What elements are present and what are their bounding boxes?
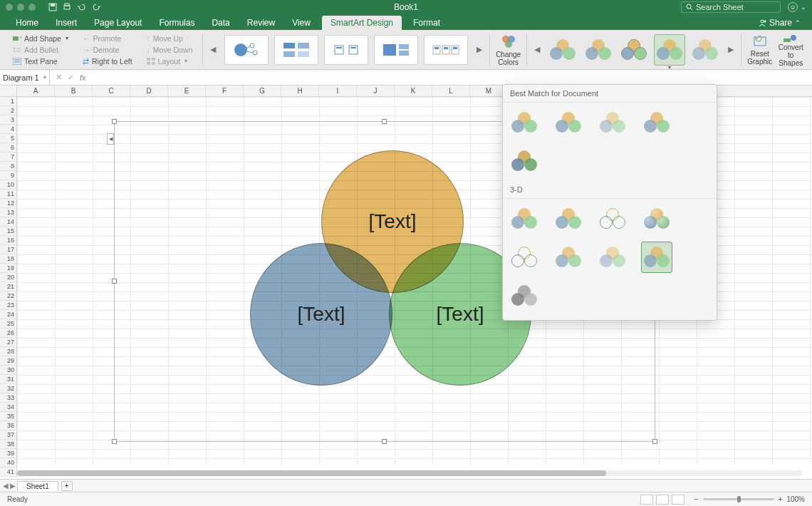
zoom-in-button[interactable]: + [779,495,783,503]
row-header[interactable]: 3 [0,115,17,125]
change-colors-button[interactable]: Change Colors [494,33,523,67]
demote-button[interactable]: →Demote [81,45,134,55]
close-window-button[interactable] [6,4,13,11]
style-option[interactable] [553,242,584,273]
right-to-left-button[interactable]: ⇄Right to Left [81,56,134,66]
chevron-down-icon[interactable]: ▾ [668,64,671,71]
undo-icon[interactable] [77,3,87,11]
page-layout-view-button[interactable] [656,495,669,505]
style-prev-button[interactable]: ◀ [531,33,543,67]
row-header[interactable]: 32 [0,384,17,393]
layout-thumb-1[interactable] [224,35,269,65]
venn-circle-left[interactable]: [Text] [250,243,392,386]
style-option[interactable] [509,242,540,273]
style-thumb-1[interactable] [547,34,578,66]
row-header[interactable]: 9 [0,171,17,180]
tab-data[interactable]: Data [203,16,238,30]
row-header[interactable]: 38 [0,440,17,449]
resize-handle[interactable] [112,119,117,124]
row-header[interactable]: 37 [0,430,17,440]
row-header[interactable]: 41 [0,468,17,477]
row-header[interactable]: 6 [0,143,17,153]
row-header[interactable]: 18 [0,254,17,264]
text-pane-button[interactable]: Text Pane [11,56,70,66]
row-header[interactable]: 13 [0,208,17,217]
style-option[interactable] [509,203,540,234]
row-header[interactable]: 33 [0,393,17,403]
style-option-selected[interactable] [641,242,672,273]
tab-page-layout[interactable]: Page Layout [85,16,150,30]
add-shape-button[interactable]: +Add Shape▾ [11,33,70,43]
style-option[interactable] [553,107,584,138]
style-option[interactable] [597,242,628,273]
resize-handle[interactable] [112,439,117,444]
layout-thumb-3[interactable] [324,35,368,65]
row-header[interactable]: 23 [0,301,17,310]
search-sheet-field[interactable]: Search Sheet [681,1,781,13]
style-thumb-2[interactable] [583,34,614,66]
redo-icon[interactable] [93,3,103,11]
style-option[interactable] [641,203,672,234]
style-option[interactable] [553,203,584,234]
style-thumb-5[interactable] [689,34,721,66]
row-header[interactable]: 1 [0,97,17,106]
style-thumb-3[interactable] [618,34,650,66]
row-header[interactable]: 28 [0,347,17,356]
maximize-window-button[interactable] [28,4,36,11]
row-header[interactable]: 24 [0,310,17,319]
gallery-next-button[interactable]: ▶ [474,33,485,67]
column-header[interactable]: D [130,86,168,96]
chevron-down-icon[interactable]: ⌄ [801,4,806,11]
tab-format[interactable]: Format [405,16,449,30]
layout-thumb-2[interactable] [274,35,318,65]
column-header[interactable]: F [206,86,244,96]
feedback-icon[interactable]: ☺ [788,2,798,12]
select-all-corner[interactable] [0,86,17,96]
tab-insert[interactable]: Insert [47,16,85,30]
convert-to-shapes-button[interactable]: Convert to Shapes [777,33,806,67]
style-option[interactable] [641,107,672,138]
row-header[interactable]: 29 [0,356,17,366]
add-sheet-button[interactable]: + [61,481,73,491]
style-option[interactable] [597,203,628,234]
row-header[interactable]: 10 [0,180,17,190]
column-header[interactable]: E [168,86,206,96]
horizontal-scrollbar[interactable] [17,470,802,476]
tab-formulas[interactable]: Formulas [150,16,203,30]
row-header[interactable]: 39 [0,449,17,458]
save-icon[interactable] [48,3,57,11]
row-header[interactable]: 27 [0,338,17,347]
minimize-window-button[interactable] [17,4,24,11]
row-header[interactable]: 5 [0,134,17,143]
text-pane-toggle[interactable]: ◀ [107,133,114,145]
gallery-prev-button[interactable]: ◀ [207,33,219,67]
row-header[interactable]: 12 [0,199,17,208]
style-option[interactable] [509,145,540,177]
row-header[interactable]: 8 [0,162,17,171]
style-option[interactable] [597,107,628,138]
move-down-button[interactable]: ↓Move Down [145,45,194,55]
row-header[interactable]: 4 [0,125,17,134]
tab-view[interactable]: View [283,16,319,30]
page-break-view-button[interactable] [672,495,685,505]
row-header[interactable]: 22 [0,291,17,301]
zoom-out-button[interactable]: − [694,495,699,503]
sheet-tab[interactable]: Sheet1 [17,481,58,491]
row-header[interactable]: 34 [0,403,17,412]
add-bullet-button[interactable]: Add Bullet [11,45,70,55]
tab-review[interactable]: Review [239,16,283,30]
row-header[interactable]: 21 [0,282,17,291]
resize-handle[interactable] [112,279,117,284]
row-header[interactable]: 14 [0,217,17,227]
cancel-formula-icon[interactable]: ✕ [56,73,62,82]
row-header[interactable]: 7 [0,153,17,162]
normal-view-button[interactable] [640,495,653,505]
zoom-slider-thumb[interactable] [737,496,741,502]
tab-smartart-design[interactable]: SmartArt Design [322,16,402,30]
move-up-button[interactable]: ↑Move Up [145,33,194,43]
layout-thumb-5[interactable] [424,35,468,65]
row-header[interactable]: 26 [0,329,17,338]
row-header[interactable]: 16 [0,236,17,245]
column-header[interactable]: K [395,86,432,96]
share-button[interactable]: Share ⌃ [754,16,805,30]
